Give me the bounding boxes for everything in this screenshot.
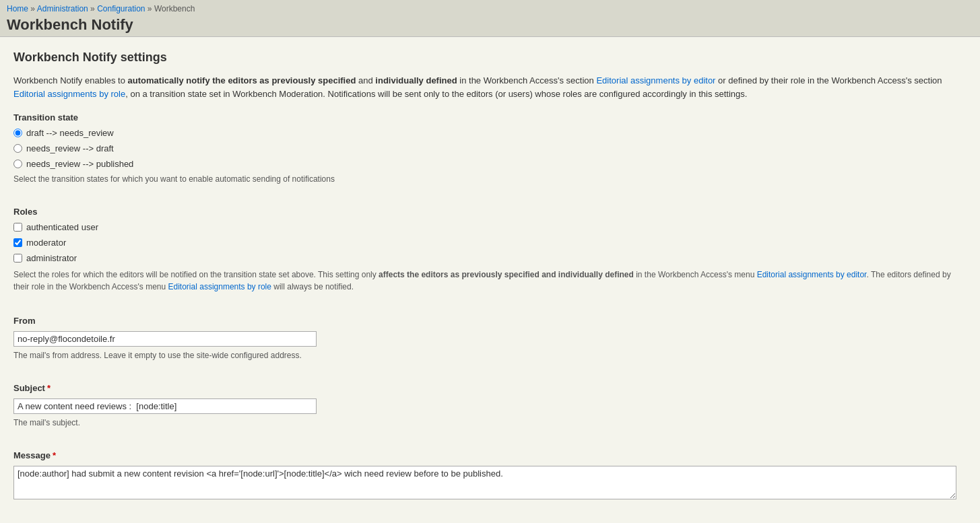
roles-group: Roles authenticated user moderator admin… (13, 207, 967, 293)
subject-group: Subject* The mail's subject. (13, 383, 967, 427)
subject-label: Subject* (13, 383, 967, 393)
checkbox-authenticated[interactable] (13, 223, 22, 232)
breadcrumb-config[interactable]: Configuration (97, 4, 145, 13)
checkbox-item-administrator: administrator (13, 253, 967, 263)
message-group: Message* [node:author] had submit a new … (13, 450, 967, 501)
from-input[interactable] (13, 331, 317, 347)
breadcrumb-admin[interactable]: Administration (37, 4, 88, 13)
divider4 (13, 440, 967, 450)
breadcrumb: Home » Administration » Configuration » … (7, 4, 973, 13)
editorial-by-role-link2[interactable]: Editorial assignments by role (168, 282, 271, 291)
divider3 (13, 372, 967, 383)
desc-part2: and (356, 75, 375, 85)
message-textarea[interactable]: [node:author] had submit a new content r… (13, 466, 956, 499)
roles-desc-part4: will always be notified. (271, 282, 354, 291)
message-label: Message* (13, 450, 967, 460)
editorial-by-editor-link2[interactable]: Editorial assignments by editor (757, 270, 867, 279)
roles-desc-bold1: affects the editors as previously specif… (379, 270, 634, 279)
transition-hint: Select the transition states for which y… (13, 174, 967, 184)
page-title: Workbench Notify (7, 16, 973, 34)
from-hint: The mail's from address. Leave it empty … (13, 351, 967, 360)
roles-label: Roles (13, 207, 967, 217)
radio-item-draft-needs-review: draft --> needs_review (13, 128, 967, 138)
checkbox-item-authenticated: authenticated user (13, 222, 967, 232)
section-title: Workbench Notify settings (13, 50, 967, 65)
divider1 (13, 196, 967, 207)
subject-input[interactable] (13, 398, 317, 414)
message-required: * (53, 450, 56, 460)
transition-state-group: Transition state draft --> needs_review … (13, 112, 967, 184)
desc-bold2: individually defined (375, 75, 457, 85)
checkbox-item-moderator: moderator (13, 238, 967, 248)
content-area: Workbench Notify settings Workbench Noti… (0, 37, 980, 523)
editorial-by-editor-link1[interactable]: Editorial assignments by editor (596, 75, 715, 85)
editorial-by-role-link1[interactable]: Editorial assignments by role (13, 89, 125, 99)
divider2 (13, 305, 967, 316)
main-description: Workbench Notify enables to automaticall… (13, 74, 967, 100)
radio-label-draft-needs-review[interactable]: draft --> needs_review (26, 128, 114, 138)
desc-bold1: automatically notify the editors as prev… (128, 75, 356, 85)
desc-part1: Workbench Notify enables to (13, 75, 128, 85)
subject-required: * (47, 383, 51, 393)
desc-part3: in the Workbench Access's section (457, 75, 597, 85)
breadcrumb-sep1: » (30, 4, 36, 13)
subject-hint: The mail's subject. (13, 418, 967, 427)
checkbox-label-moderator[interactable]: moderator (26, 238, 66, 248)
desc-part5: , on a transition state set in Workbench… (125, 89, 747, 99)
breadcrumb-workbench: Workbench (154, 4, 195, 13)
checkbox-label-administrator[interactable]: administrator (26, 253, 77, 263)
transition-state-label: Transition state (13, 112, 967, 123)
radio-label-needs-review-draft[interactable]: needs_review --> draft (26, 143, 114, 153)
breadcrumb-sep3: » (148, 4, 154, 13)
roles-desc-part1: Select the roles for which the editors w… (13, 270, 379, 279)
roles-checkboxes: authenticated user moderator administrat… (13, 222, 967, 263)
checkbox-moderator[interactable] (13, 238, 22, 247)
checkbox-administrator[interactable] (13, 254, 22, 263)
radio-label-needs-review-published[interactable]: needs_review --> published (26, 159, 133, 169)
radio-needs-review-published[interactable] (13, 160, 22, 168)
roles-desc-part2: in the Workbench Access's menu (634, 270, 757, 279)
transition-radio-group: draft --> needs_review needs_review --> … (13, 128, 967, 169)
radio-needs-review-draft[interactable] (13, 144, 22, 153)
roles-description: Select the roles for which the editors w… (13, 269, 967, 293)
breadcrumb-home[interactable]: Home (7, 4, 28, 13)
radio-item-needs-review-published: needs_review --> published (13, 159, 967, 169)
breadcrumb-sep2: » (90, 4, 97, 13)
desc-part4: or defined by their role in the Workbenc… (715, 75, 942, 85)
checkbox-label-authenticated[interactable]: authenticated user (26, 222, 98, 232)
header-bar: Home » Administration » Configuration » … (0, 0, 980, 37)
radio-draft-needs-review[interactable] (13, 129, 22, 137)
from-label: From (13, 316, 967, 326)
from-group: From The mail's from address. Leave it e… (13, 316, 967, 360)
radio-item-needs-review-draft: needs_review --> draft (13, 143, 967, 153)
